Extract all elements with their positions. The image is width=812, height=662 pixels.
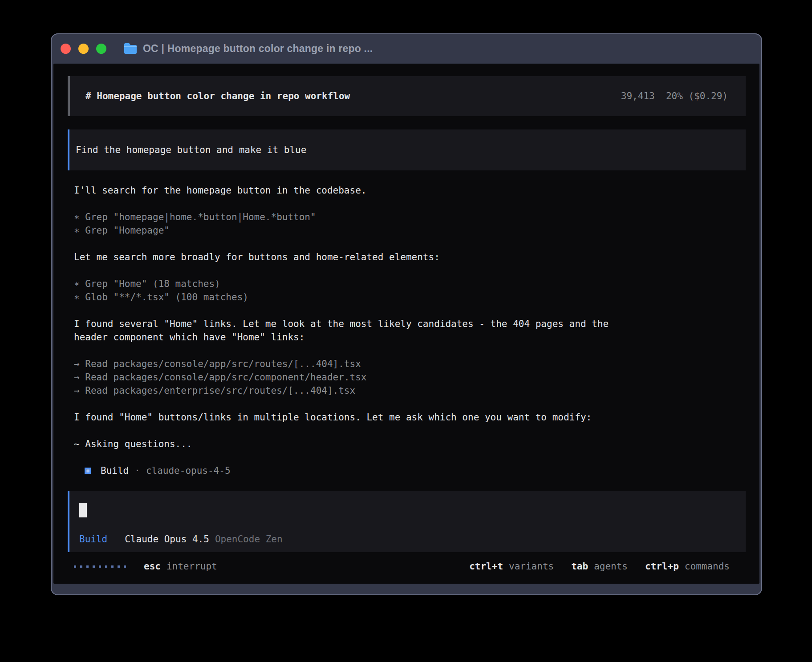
status-bar-left: esc interrupt <box>74 560 217 573</box>
session-title: # Homepage button color change in repo w… <box>85 89 350 103</box>
esc-key-label: interrupt <box>166 560 217 573</box>
shortcut-agents: tab agents <box>571 560 628 573</box>
assistant-message: I found several "Home" links. Let me loo… <box>74 317 630 344</box>
model-name: Claude Opus 4.5 <box>125 533 209 546</box>
tool-call-read: → Read packages/console/app/src/routes/[… <box>74 357 746 371</box>
terminal-content: # Homepage button color change in repo w… <box>53 64 759 584</box>
session-header: # Homepage button color change in repo w… <box>68 76 746 116</box>
status-bar-right: ctrl+t variants tab agents ctrl+p comman… <box>452 560 730 573</box>
tool-call-read: → Read packages/console/app/src/componen… <box>74 371 746 384</box>
spinner-dot <box>124 565 126 568</box>
separator-dot: · <box>134 464 140 477</box>
folder-icon <box>123 43 138 54</box>
spinner-dot <box>80 565 82 568</box>
user-message-text: Find the homepage button and make it blu… <box>76 143 306 157</box>
tool-call-grep: ∗ Grep "homepage|home.*button|Home.*butt… <box>74 210 746 224</box>
session-stats: 39,413 20% ($0.29) <box>621 89 728 103</box>
mode-label[interactable]: Build <box>79 533 107 546</box>
spinner-dot <box>118 565 120 568</box>
tool-call-group: ∗ Grep "homepage|home.*button|Home.*butt… <box>74 210 746 237</box>
tool-call-grep: ∗ Grep "Homepage" <box>74 224 746 237</box>
shortcut-variants: ctrl+t variants <box>469 560 554 573</box>
text-cursor <box>79 503 87 517</box>
prompt-input[interactable]: Build Claude Opus 4.5 OpenCode Zen <box>68 491 746 552</box>
spinner-dot <box>93 565 95 568</box>
agent-status-row: Build · claude-opus-4-5 <box>85 464 746 477</box>
traffic-lights <box>58 44 106 54</box>
user-message: Find the homepage button and make it blu… <box>68 129 746 170</box>
agent-model: claude-opus-4-5 <box>146 464 231 477</box>
assistant-message: I'll search for the homepage button in t… <box>74 184 630 197</box>
provider-name: OpenCode Zen <box>215 533 283 546</box>
spinner-dot <box>105 565 107 568</box>
assistant-message: I found "Home" buttons/links in multiple… <box>74 411 630 424</box>
terminal-window: OC | Homepage button color change in rep… <box>51 33 762 595</box>
window-titlebar: OC | Homepage button color change in rep… <box>53 33 759 64</box>
spinner-dot <box>86 565 89 568</box>
minimize-button[interactable] <box>78 44 89 54</box>
conversation-transcript: I'll search for the homepage button in t… <box>74 184 746 477</box>
esc-key-hint: esc <box>144 560 161 573</box>
tool-call-group: → Read packages/console/app/src/routes/[… <box>74 357 746 397</box>
model-row: Build Claude Opus 4.5 OpenCode Zen <box>79 533 746 546</box>
zoom-button[interactable] <box>96 44 106 54</box>
agent-build-icon <box>85 468 91 474</box>
spinner-dot <box>111 565 114 568</box>
shortcut-commands: ctrl+p commands <box>645 560 730 573</box>
status-asking-questions: ~ Asking questions... <box>74 437 630 451</box>
status-bar: esc interrupt ctrl+t variants tab agents… <box>68 560 746 573</box>
spinner-dot <box>99 565 101 568</box>
tool-call-glob: ∗ Glob "**/*.tsx" (100 matches) <box>74 291 746 304</box>
window-title: OC | Homepage button color change in rep… <box>143 43 373 55</box>
tool-call-read: → Read packages/enterprise/src/routes/[.… <box>74 384 746 397</box>
assistant-message: Let me search more broadly for buttons a… <box>74 250 630 264</box>
agent-name: Build <box>101 464 129 477</box>
tool-call-grep: ∗ Grep "Home" (18 matches) <box>74 277 746 291</box>
spinner-dot <box>74 565 76 568</box>
close-button[interactable] <box>61 44 71 54</box>
spinner-dots <box>74 565 126 568</box>
tool-call-group: ∗ Grep "Home" (18 matches) ∗ Glob "**/*.… <box>74 277 746 304</box>
